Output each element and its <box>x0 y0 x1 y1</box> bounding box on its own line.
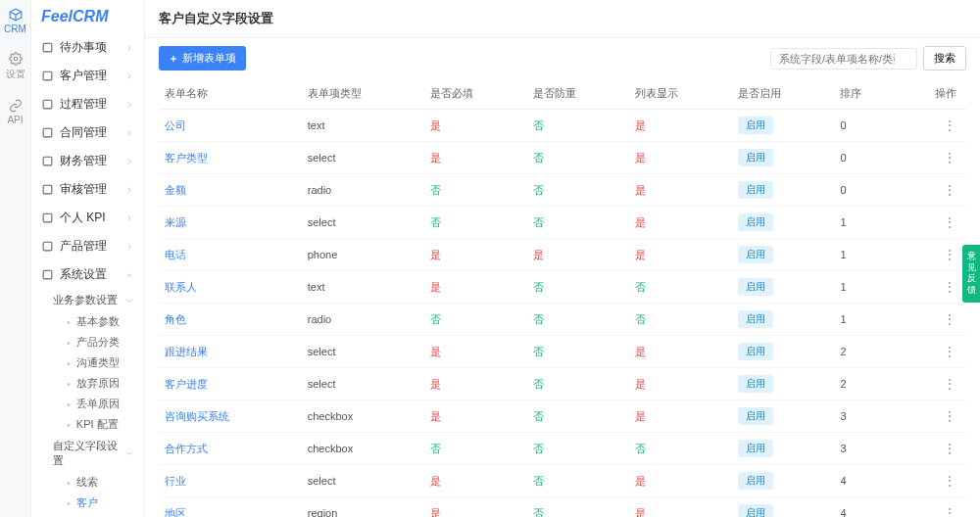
field-name[interactable]: 角色 <box>159 304 302 336</box>
gear-icon <box>9 52 23 66</box>
status-badge[interactable]: 启用 <box>738 310 773 328</box>
more-icon[interactable]: ⋮ <box>943 376 956 392</box>
more-icon[interactable]: ⋮ <box>943 311 956 327</box>
col-header: 操作 <box>897 78 966 110</box>
status-badge[interactable]: 启用 <box>738 375 773 393</box>
field-dedup: 否 <box>527 142 630 174</box>
status-badge[interactable]: 启用 <box>738 343 773 360</box>
col-header: 排序 <box>834 78 897 110</box>
more-icon[interactable]: ⋮ <box>943 441 956 456</box>
field-name[interactable]: 咨询购买系统 <box>159 400 302 433</box>
sub-sub-item[interactable]: 线索 <box>67 472 144 493</box>
sub-sub-item[interactable]: KPI 配置 <box>67 414 144 435</box>
sub-item[interactable]: 自定义字段设置 <box>53 435 144 472</box>
field-dedup: 否 <box>527 271 630 304</box>
sub-item[interactable]: 业务参数设置 <box>53 289 144 311</box>
status-badge[interactable]: 启用 <box>738 278 773 296</box>
field-name[interactable]: 金额 <box>159 174 302 207</box>
sub-sub-item[interactable]: 沟通类型 <box>67 352 144 373</box>
status-badge[interactable]: 启用 <box>738 504 773 517</box>
status-badge[interactable]: 启用 <box>738 181 773 199</box>
field-type: text <box>302 110 424 142</box>
field-dedup: 否 <box>527 433 630 465</box>
field-name[interactable]: 客户进度 <box>159 368 302 400</box>
more-icon[interactable]: ⋮ <box>943 247 956 262</box>
field-required: 是 <box>424 336 527 368</box>
status-badge[interactable]: 启用 <box>738 117 773 134</box>
field-name[interactable]: 公司 <box>159 110 302 142</box>
field-name[interactable]: 行业 <box>159 465 302 497</box>
col-header: 是否防重 <box>527 78 630 110</box>
field-order: 1 <box>834 271 897 304</box>
nav-item[interactable]: 客户管理 <box>31 62 144 90</box>
sub-sub-item[interactable]: 商机 <box>67 513 144 517</box>
sub-sub-item[interactable]: 丢单原因 <box>67 394 144 414</box>
rail-crm[interactable]: CRM <box>4 8 26 34</box>
nav-item[interactable]: 个人 KPI <box>31 204 144 232</box>
more-icon[interactable]: ⋮ <box>943 182 956 198</box>
nav-item[interactable]: 合同管理 <box>31 118 144 147</box>
search-input[interactable] <box>770 48 917 70</box>
table-row: 合作方式checkbox否否否启用3⋮ <box>159 433 966 465</box>
field-dedup: 否 <box>527 174 630 207</box>
svg-point-0 <box>14 57 18 61</box>
sub-sub-item[interactable]: 放弃原因 <box>67 373 144 394</box>
nav-item[interactable]: 待办事项 <box>31 33 144 62</box>
field-required: 否 <box>424 304 527 336</box>
nav-item[interactable]: 系统设置 <box>31 260 144 289</box>
field-required: 是 <box>424 465 527 497</box>
more-icon[interactable]: ⋮ <box>943 150 956 165</box>
col-header: 表单名称 <box>159 78 302 110</box>
plus-icon <box>169 54 178 64</box>
add-field-button[interactable]: 新增表单项 <box>159 46 246 70</box>
nav-item[interactable]: 产品管理 <box>31 232 144 260</box>
field-name[interactable]: 跟进结果 <box>159 336 302 368</box>
feedback-tab[interactable]: 意见反馈 <box>962 245 980 303</box>
field-name[interactable]: 地区 <box>159 497 302 518</box>
more-icon[interactable]: ⋮ <box>943 505 956 517</box>
status-badge[interactable]: 启用 <box>738 246 773 263</box>
sub-sub-item[interactable]: 基本参数 <box>67 311 144 332</box>
field-name[interactable]: 来源 <box>159 207 302 239</box>
more-icon[interactable]: ⋮ <box>943 473 956 489</box>
sub-sub-item[interactable]: 客户 <box>67 493 144 513</box>
svg-rect-4 <box>43 128 52 137</box>
field-name[interactable]: 客户类型 <box>159 142 302 174</box>
rail-api[interactable]: API <box>7 99 23 125</box>
more-icon[interactable]: ⋮ <box>943 118 956 133</box>
rail-settings[interactable]: 设置 <box>6 52 25 81</box>
status-badge[interactable]: 启用 <box>738 440 773 457</box>
field-required: 是 <box>424 142 527 174</box>
status-badge[interactable]: 启用 <box>738 407 773 425</box>
field-order: 1 <box>834 207 897 239</box>
status-badge[interactable]: 启用 <box>738 213 773 231</box>
more-icon[interactable]: ⋮ <box>943 344 956 359</box>
sub-sub-item[interactable]: 产品分类 <box>67 332 144 352</box>
field-dedup: 否 <box>527 207 630 239</box>
field-order: 2 <box>834 368 897 400</box>
status-badge[interactable]: 启用 <box>738 149 773 166</box>
field-name[interactable]: 电话 <box>159 239 302 271</box>
nav-item[interactable]: 过程管理 <box>31 90 144 118</box>
nav-item[interactable]: 财务管理 <box>31 147 144 175</box>
page-title: 客户自定义字段设置 <box>145 0 980 38</box>
more-icon[interactable]: ⋮ <box>943 408 956 424</box>
svg-rect-2 <box>43 71 52 80</box>
link-icon <box>9 99 23 113</box>
nav-item[interactable]: 审核管理 <box>31 175 144 204</box>
sidebar: FeelCRM 待办事项客户管理过程管理合同管理财务管理审核管理个人 KPI产品… <box>31 0 145 517</box>
field-type: radio <box>302 304 424 336</box>
field-name[interactable]: 合作方式 <box>159 433 302 465</box>
svg-rect-1 <box>43 43 52 52</box>
table-row: 电话phone是是是启用1⋮ <box>159 239 966 271</box>
more-icon[interactable]: ⋮ <box>943 279 956 295</box>
more-icon[interactable]: ⋮ <box>943 214 956 230</box>
table-row: 公司text是否是启用0⋮ <box>159 110 966 142</box>
search-button[interactable]: 搜索 <box>923 46 966 70</box>
svg-rect-6 <box>43 185 52 194</box>
field-list: 是 <box>629 336 732 368</box>
status-badge[interactable]: 启用 <box>738 472 773 490</box>
field-name[interactable]: 联系人 <box>159 271 302 304</box>
field-dedup: 否 <box>527 400 630 433</box>
field-list: 是 <box>629 239 732 271</box>
